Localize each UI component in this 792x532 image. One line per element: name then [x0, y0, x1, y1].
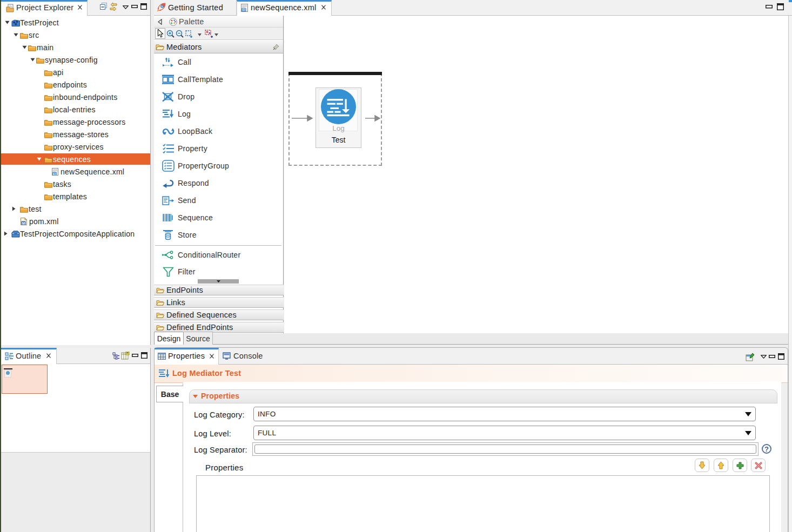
- svg-text:M: M: [22, 221, 25, 225]
- svg-text:EI: EI: [242, 8, 245, 11]
- svg-text:EI: EI: [53, 172, 56, 175]
